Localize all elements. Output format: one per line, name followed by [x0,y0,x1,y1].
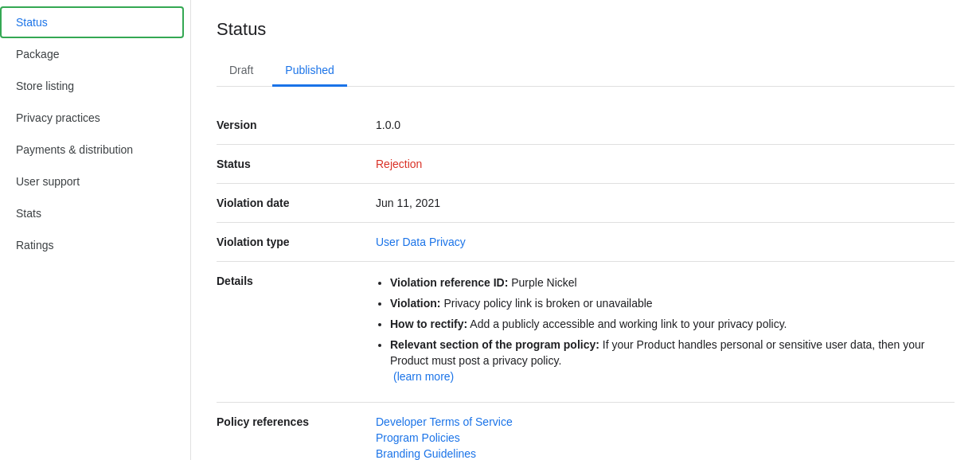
sidebar-item-payments-distribution[interactable]: Payments & distribution [0,134,184,166]
sidebar-item-ratings[interactable]: Ratings [0,229,184,261]
details-item-3-bold: How to rectify: [390,318,467,330]
tabs: DraftPublished [217,56,955,87]
tab-draft[interactable]: Draft [217,56,266,87]
details-item-4-bold: Relevant section of the program policy: [390,338,599,351]
details-item-2-text: Privacy policy link is broken or unavail… [441,297,653,310]
policy-references-row: Policy references Developer Terms of Ser… [217,403,955,460]
details-item-3-text: Add a publicly accessible and working li… [467,318,787,330]
violation-date-label: Violation date [217,197,376,209]
learn-more-link[interactable]: (learn more) [393,370,454,383]
details-item-4: Relevant section of the program policy: … [390,337,955,384]
sidebar: StatusPackageStore listingPrivacy practi… [0,0,191,460]
details-value: Violation reference ID: Purple Nickel Vi… [376,275,955,389]
policy-links: Developer Terms of ServiceProgram Polici… [376,415,955,460]
details-item-3: How to rectify: Add a publicly accessibl… [390,316,955,332]
version-value: 1.0.0 [376,119,955,131]
status-label: Status [217,158,376,170]
page-title: Status [217,19,955,40]
sidebar-item-user-support[interactable]: User support [0,166,184,197]
policy-link-branding-guidelines[interactable]: Branding Guidelines [376,447,955,460]
details-list: Violation reference ID: Purple Nickel Vi… [376,275,955,384]
version-row: Version 1.0.0 [217,106,955,145]
sidebar-item-store-listing[interactable]: Store listing [0,70,184,102]
violation-type-row: Violation type User Data Privacy [217,223,955,262]
policy-link-dev-terms[interactable]: Developer Terms of Service [376,415,955,428]
policy-link-program-policies[interactable]: Program Policies [376,431,955,444]
violation-type-link[interactable]: User Data Privacy [376,236,955,248]
version-label: Version [217,119,376,131]
sidebar-item-status[interactable]: Status [0,6,184,38]
sidebar-item-package[interactable]: Package [0,38,184,70]
violation-date-row: Violation date Jun 11, 2021 [217,184,955,223]
details-item-1-bold: Violation reference ID: [390,276,508,289]
content-table: Version 1.0.0 Status Rejection Violation… [217,106,955,460]
details-item-1: Violation reference ID: Purple Nickel [390,275,955,290]
tab-published[interactable]: Published [272,56,347,87]
main-content: Status DraftPublished Version 1.0.0 Stat… [191,0,980,460]
policy-references-label: Policy references [217,415,376,428]
violation-type-label: Violation type [217,236,376,248]
details-item-2-bold: Violation: [390,297,441,310]
status-value: Rejection [376,158,955,170]
violation-date-value: Jun 11, 2021 [376,197,955,209]
details-label: Details [217,275,376,287]
sidebar-item-privacy-practices[interactable]: Privacy practices [0,102,184,134]
sidebar-item-stats[interactable]: Stats [0,197,184,229]
details-item-2: Violation: Privacy policy link is broken… [390,295,955,311]
details-item-1-text: Purple Nickel [508,276,576,289]
details-row: Details Violation reference ID: Purple N… [217,262,955,403]
status-row: Status Rejection [217,145,955,184]
